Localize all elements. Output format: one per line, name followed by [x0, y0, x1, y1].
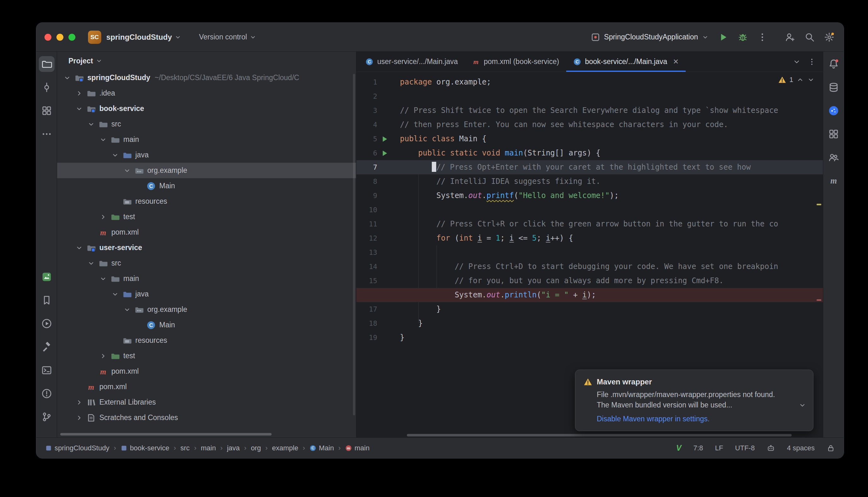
code-editor[interactable]: 1package org.example;23// Press Shift tw…: [356, 72, 823, 437]
line-number[interactable]: 5: [356, 135, 377, 143]
editor-horizontal-scrollbar[interactable]: [407, 434, 792, 437]
tree-item-java[interactable]: java: [57, 286, 356, 302]
chevron-right-icon[interactable]: [99, 352, 107, 360]
line-number[interactable]: 18: [356, 320, 377, 327]
commit-button[interactable]: [39, 80, 55, 95]
tree-item-resources[interactable]: resources: [57, 333, 356, 348]
tree-item-external-libraries[interactable]: External Libraries: [57, 395, 356, 410]
add-user-icon[interactable]: [785, 32, 795, 42]
project-folder-button[interactable]: [39, 56, 55, 72]
code-line[interactable]: 15 // for you, but you can always add mo…: [356, 274, 823, 288]
line-number[interactable]: 3: [356, 106, 377, 114]
chevron-right-icon[interactable]: [99, 213, 107, 221]
line-number[interactable]: 13: [356, 248, 377, 256]
tree-item-user-service[interactable]: user-service: [57, 240, 356, 255]
notifications-button[interactable]: [826, 56, 841, 72]
vim-indicator[interactable]: V: [676, 443, 682, 453]
code-line[interactable]: System.out.println("i = " + i);: [356, 288, 823, 302]
breadcrumb-item[interactable]: java: [227, 444, 240, 452]
tree-item-scratches-and-consoles[interactable]: Scratches and Consoles: [57, 410, 356, 425]
database-button[interactable]: [826, 80, 841, 95]
settings-icon[interactable]: [824, 32, 834, 42]
problems-button[interactable]: [39, 386, 55, 401]
tree-item-src[interactable]: src: [57, 116, 356, 132]
chevron-down-icon[interactable]: [75, 244, 83, 252]
collaboration-button[interactable]: [826, 150, 841, 165]
warning-stripe-mark[interactable]: [816, 299, 821, 301]
more-horizontal-button[interactable]: [39, 126, 55, 142]
close-tab-icon[interactable]: ✕: [673, 58, 679, 66]
chevron-down-icon[interactable]: [123, 306, 131, 313]
line-number[interactable]: 9: [356, 192, 377, 200]
indent-style[interactable]: 4 spaces: [787, 444, 815, 452]
tree-item-org-example[interactable]: org.example: [57, 302, 356, 317]
code-line[interactable]: 14 // Press Ctrl+D to start debugging yo…: [356, 259, 823, 274]
tree-item-main[interactable]: CMain: [57, 178, 356, 194]
breadcrumb-item[interactable]: book-service: [120, 444, 169, 452]
notification-expand-icon[interactable]: [799, 401, 806, 409]
tree-item-main[interactable]: CMain: [57, 317, 356, 333]
line-number[interactable]: 1: [356, 78, 377, 86]
run-gutter-icon[interactable]: [380, 149, 388, 157]
minimize-window-button[interactable]: [56, 34, 63, 41]
notification-action-link[interactable]: Disable Maven wrapper in settings.: [597, 415, 805, 423]
tree-item-pom-xml[interactable]: mpom.xml: [57, 225, 356, 240]
chevron-right-icon[interactable]: [75, 89, 83, 97]
plugin-button[interactable]: [39, 269, 55, 285]
git-branch-button[interactable]: [39, 409, 55, 425]
code-line[interactable]: 6 public static void main(String[] args)…: [356, 146, 823, 160]
line-number[interactable]: 4: [356, 121, 377, 129]
project-badge[interactable]: SC: [88, 31, 101, 44]
readonly-toggle[interactable]: [827, 444, 835, 452]
breadcrumb-item[interactable]: mmain: [345, 444, 370, 452]
line-number[interactable]: 19: [356, 333, 377, 342]
search-icon[interactable]: [805, 32, 815, 42]
line-number[interactable]: 8: [356, 178, 377, 185]
structure-button[interactable]: [39, 103, 55, 118]
tree-item-test[interactable]: test: [57, 348, 356, 364]
breadcrumb-item[interactable]: main: [201, 444, 216, 452]
line-number[interactable]: 7: [356, 164, 377, 171]
tree-item-pom-xml[interactable]: mpom.xml: [57, 364, 356, 379]
chevron-down-icon[interactable]: [111, 290, 119, 298]
editor-tab[interactable]: Cbook-service/.../Main.java✕: [566, 52, 686, 72]
tree-item-test[interactable]: test: [57, 209, 356, 225]
tree-item-pom-xml[interactable]: mpom.xml: [57, 379, 356, 395]
line-number[interactable]: 6: [356, 149, 377, 157]
run-gutter-icon[interactable]: [380, 135, 388, 143]
run-config-selector[interactable]: SpringCloudStudyApplication: [591, 32, 709, 42]
tree-horizontal-scrollbar[interactable]: [60, 433, 272, 436]
line-number[interactable]: [356, 291, 377, 299]
code-line[interactable]: 3// Press Shift twice to open the Search…: [356, 103, 823, 118]
tree-item--idea[interactable]: .idea: [57, 85, 356, 101]
run-play-icon[interactable]: [718, 32, 728, 42]
code-line[interactable]: 13: [356, 245, 823, 259]
close-window-button[interactable]: [44, 34, 52, 41]
chevron-down-icon[interactable]: [87, 120, 95, 128]
debug-icon[interactable]: [738, 32, 748, 42]
tree-item-springcloudstudy[interactable]: springCloudStudy~/Desktop/CS/JavaEE/6 Ja…: [57, 70, 356, 85]
more-vertical-icon[interactable]: [808, 58, 816, 66]
chevron-down-icon[interactable]: [75, 105, 83, 113]
chevron-down-icon[interactable]: [123, 167, 131, 174]
chevron-right-icon[interactable]: [75, 414, 83, 422]
maven-tool-button[interactable]: m: [826, 173, 841, 188]
chevron-down-icon[interactable]: [87, 259, 95, 267]
line-number[interactable]: 2: [356, 93, 377, 100]
code-line[interactable]: 12 for (int i = 1; i <= 5; i++) {: [356, 231, 823, 245]
tree-item-book-service[interactable]: book-service: [57, 101, 356, 116]
tree-item-resources[interactable]: resources: [57, 194, 356, 209]
build-button[interactable]: [39, 339, 55, 355]
chevron-down-icon[interactable]: [63, 74, 71, 82]
code-line[interactable]: 8 // IntelliJ IDEA suggests fixing it.: [356, 174, 823, 188]
version-control-menu[interactable]: Version control: [181, 33, 256, 41]
line-number[interactable]: 11: [356, 220, 377, 228]
line-number[interactable]: 12: [356, 234, 377, 242]
code-line[interactable]: 7 // Press Opt+Enter with your caret at …: [356, 160, 823, 174]
line-number[interactable]: 17: [356, 305, 377, 313]
line-number[interactable]: 10: [356, 206, 377, 214]
code-line[interactable]: 18 }: [356, 316, 823, 330]
code-line[interactable]: 11 // Press Ctrl+R or click the green ar…: [356, 217, 823, 231]
line-number[interactable]: 15: [356, 277, 377, 285]
chevron-down-icon[interactable]: [111, 151, 119, 159]
